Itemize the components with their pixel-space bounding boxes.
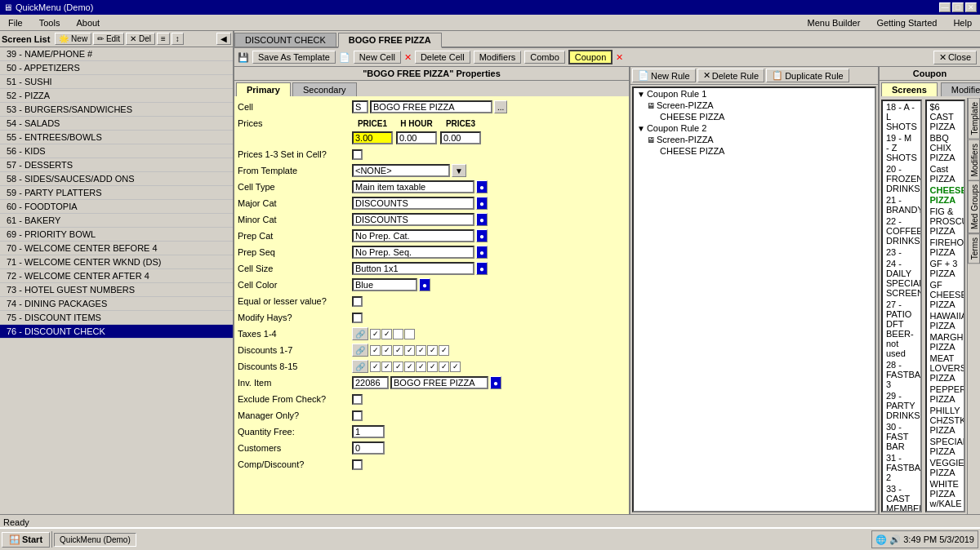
menu-tools[interactable]: Tools [34,16,65,29]
d15-checkbox[interactable] [450,361,461,372]
tab-bogo-free-pizza[interactable]: BOGO FREE PIZZA [338,33,442,48]
from-template-input[interactable] [352,164,450,177]
major-cat-browse[interactable]: ● [476,197,488,210]
taxes-link-button[interactable]: 🔗 [352,327,368,340]
new-screen-button[interactable]: 🌟 New [55,33,91,45]
prices-set-checkbox[interactable] [352,149,363,160]
item-gfcheese[interactable]: GF CHEESE PIZZA [927,279,964,310]
from-template-browse[interactable]: ▼ [452,164,466,177]
d2-checkbox[interactable] [381,345,392,356]
new-cell-button[interactable]: New Cell [354,51,401,64]
d6-checkbox[interactable] [427,345,438,356]
discounts1-7-link[interactable]: 🔗 [352,344,368,357]
list-item-active[interactable]: 76 - DISCOUNT CHECK [0,325,233,339]
d10-checkbox[interactable] [393,361,403,372]
getting-started[interactable]: Getting Started [871,16,942,29]
del-screen-button[interactable]: ✕ Del [126,33,155,45]
menu-file[interactable]: File [3,16,28,29]
coupon-screen-23[interactable]: 23 - [883,246,920,258]
coupon-screen-28[interactable]: 28 - FASTBAR 3 [883,359,920,390]
qty-free-input[interactable] [352,425,385,438]
minor-cat-input[interactable] [352,213,474,226]
menu-builder[interactable]: Menu Builder [803,16,866,29]
prep-cat-input[interactable] [352,229,474,242]
item-margherita[interactable]: MARGHERITA PIZZA [927,331,964,353]
list-item[interactable]: 57 - DESSERTS [0,158,233,172]
list-item[interactable]: 51 - SUSHI [0,75,233,89]
item-gf3[interactable]: GF + 3 PIZZA [927,258,964,279]
prep-seq-input[interactable] [352,246,474,259]
d5-checkbox[interactable] [416,345,426,356]
cell-size-browse[interactable]: ● [476,262,488,275]
minimize-button[interactable]: — [939,2,951,12]
list-item[interactable]: 60 - FOODTOPIA [0,200,233,214]
inv-item-browse[interactable]: ● [490,376,501,389]
coupon-screen-29[interactable]: 29 - PARTY DRINKS [883,390,920,421]
list-item[interactable]: 55 - ENTREES/BOWLS [0,131,233,144]
d11-checkbox[interactable] [404,361,415,372]
coupon-rule-2[interactable]: ▼ Coupon Rule 2 [634,122,875,134]
discounts8-15-link[interactable]: 🔗 [352,360,368,373]
delete-cell-button[interactable]: Delete Cell [415,51,470,64]
screen-pizza-2[interactable]: 🖥 Screen-PIZZA [634,134,875,145]
help-menu[interactable]: Help [948,16,977,29]
d8-checkbox[interactable] [370,361,381,372]
exclude-checkbox[interactable] [352,394,363,405]
collapse-button[interactable]: ◀ [216,33,231,45]
modifiers-tab[interactable]: Modifiers [941,82,980,96]
modifiers-button[interactable]: Modifiers [474,51,522,64]
list-item[interactable]: 61 - BAKERY [0,214,233,228]
list-item[interactable]: 50 - APPETIZERS [0,61,233,75]
list-item[interactable]: 70 - WELCOME CENTER BEFORE 4 [0,242,233,255]
cheese-pizza-2[interactable]: CHEESE PIZZA [634,145,875,157]
list-item[interactable]: 59 - PARTY PLATTERS [0,186,233,200]
list-item[interactable]: 54 - SALADS [0,117,233,131]
tax3-checkbox[interactable] [393,329,403,339]
item-veggie[interactable]: VEGGIE PIZZA [927,457,964,478]
inv-item-name-input[interactable] [390,376,488,389]
menu-about[interactable]: About [71,16,105,29]
equal-lesser-checkbox[interactable] [352,296,363,307]
coupon-screen-24[interactable]: 24 - DAILY SPECIAL SCREEN [883,258,920,299]
list-item[interactable]: 69 - PRIORITY BOWL [0,228,233,242]
cell-type-input[interactable] [352,180,474,193]
sort-button[interactable]: ↕ [172,33,184,45]
screens-tab[interactable]: Screens [881,82,938,96]
price3-input[interactable] [440,131,481,144]
coupon-screen-19[interactable]: 19 - M - Z SHOTS [883,132,920,163]
new-rule-button[interactable]: 📄 New Rule [632,69,696,82]
d7-checkbox[interactable] [439,345,449,356]
duplicate-rule-button[interactable]: 📋 Duplicate Rule [766,69,849,82]
d4-checkbox[interactable] [404,345,415,356]
minor-cat-browse[interactable]: ● [476,213,488,226]
list-item[interactable]: 74 - DINING PACKAGES [0,297,233,311]
item-bbqchix[interactable]: BBQ CHIX PIZZA [927,132,964,163]
item-pepperoni[interactable]: PEPPERONI PIZZA [927,384,964,405]
coupon-screen-20[interactable]: 20 - FROZEN DRINKS [883,163,920,194]
list-item[interactable]: 75 - DISCOUNT ITEMS [0,311,233,325]
modify-hays-checkbox[interactable] [352,313,363,323]
item-fig[interactable]: FIG & PROSCUITO PIZZA [927,206,964,237]
coupon-screen-18[interactable]: 18 - A - L SHOTS [883,101,920,132]
tax4-checkbox[interactable] [404,329,415,339]
d13-checkbox[interactable] [427,361,438,372]
cell-color-browse[interactable]: ● [419,278,430,291]
modifiers-vtab[interactable]: Modifiers [968,140,980,181]
item-hawaiian[interactable]: HAWAIIAN PIZZA [927,310,964,331]
coupon-button[interactable]: Coupon [568,50,613,64]
cheese-pizza-1[interactable]: CHEESE PIZZA [634,111,875,122]
item-specialty[interactable]: SPECIALTY PIZZA [927,436,964,457]
list-view-button[interactable]: ≡ [157,33,170,45]
list-item[interactable]: 53 - BURGERS/SANDWICHES [0,103,233,117]
list-item[interactable]: 52 - PIZZA [0,89,233,103]
item-firehouse[interactable]: FIREHOUSE PIZZA [927,237,964,258]
d14-checkbox[interactable] [439,361,449,372]
list-item[interactable]: 72 - WELCOME CENTER AFTER 4 [0,269,233,283]
d1-checkbox[interactable] [370,345,381,356]
manager-only-checkbox[interactable] [352,410,363,421]
d3-checkbox[interactable] [393,345,403,356]
item-6cast[interactable]: $6 CAST PIZZA [927,101,964,132]
coupon-screen-22[interactable]: 22 - COFFEE DRINKS [883,215,920,246]
list-item[interactable]: 58 - SIDES/SAUCES/ADD ONS [0,172,233,186]
hhour-input[interactable] [396,131,437,144]
